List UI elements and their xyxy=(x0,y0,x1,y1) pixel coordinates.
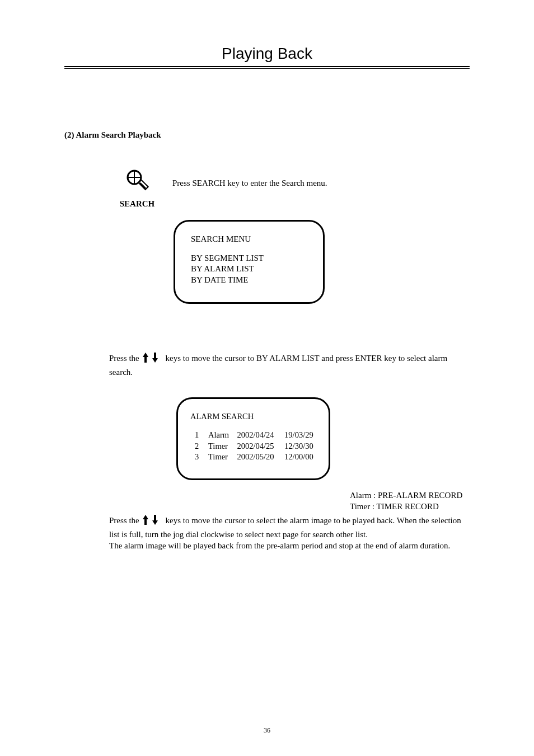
title-rule-thick xyxy=(64,66,470,67)
list-item: 1 Alarm 2002/04/24 19/03/29 xyxy=(195,430,316,441)
page-title: Playing Back xyxy=(64,45,470,66)
list-item: 3 Timer 2002/05/20 12/00/00 xyxy=(195,452,316,463)
title-rule-thin xyxy=(64,68,470,69)
search-menu-item: BY ALARM LIST xyxy=(191,264,307,275)
legend-text: Alarm : PRE-ALARM RECORD Timer : TIMER R… xyxy=(350,490,462,513)
search-instruction-text: Press SEARCH key to enter the Search men… xyxy=(172,179,327,188)
up-arrow-icon xyxy=(142,351,149,367)
search-menu-title: SEARCH MENU xyxy=(191,234,307,245)
svg-rect-3 xyxy=(138,180,148,190)
search-key-label: SEARCH xyxy=(120,199,155,209)
down-arrow-icon xyxy=(151,514,159,529)
list-item: 2 Timer 2002/04/25 12/30/30 xyxy=(195,441,316,452)
section-heading: (2) Alarm Search Playback xyxy=(64,130,470,140)
down-arrow-icon xyxy=(151,351,159,367)
instruction-paragraph-2: Press the keys to move the cursor to sel… xyxy=(109,514,470,552)
search-menu-item: BY SEGMENT LIST xyxy=(191,253,307,264)
instruction-paragraph-1: Press the keys to move the cursor to BY … xyxy=(109,351,470,378)
search-menu-item: BY DATE TIME xyxy=(191,275,307,286)
search-menu-box: SEARCH MENU BY SEGMENT LIST BY ALARM LIS… xyxy=(174,220,325,304)
up-arrow-icon xyxy=(142,514,149,529)
alarm-search-title: ALARM SEARCH xyxy=(190,411,316,422)
magnifier-icon xyxy=(124,168,151,197)
alarm-search-box: ALARM SEARCH 1 Alarm 2002/04/24 19/03/29… xyxy=(176,397,330,480)
page-number: 36 xyxy=(0,726,534,735)
